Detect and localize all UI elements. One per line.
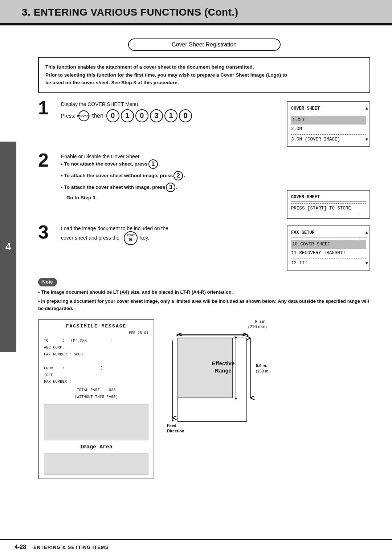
key-0c[interactable]: 0 <box>179 109 192 122</box>
screen3-arrow-up: ▲ <box>366 229 368 236</box>
step2-bullet2: • To attach the cover sheet without imag… <box>61 171 185 180</box>
intro-line1: This function enables the attachment of … <box>45 64 254 70</box>
svg-text:Range: Range <box>215 367 232 374</box>
svg-text:Feed: Feed <box>167 423 176 428</box>
intro-line3: be used on the cover sheet. See Step 3 o… <box>45 80 179 85</box>
step1-container: 1 Display the COVER SHEET Menu. Press: P… <box>38 101 370 147</box>
fax-row-faxno1: FAX NUMBER : 6688 <box>44 351 148 358</box>
screen3-row3: 12.TTI <box>291 260 366 267</box>
fax-row-to: TO : ABC CORP. (Mr.XXX ) <box>44 337 148 351</box>
svg-text:5.9 in.: 5.9 in. <box>256 363 267 368</box>
screen3-row1: 10.COVER SHEET <box>291 240 366 249</box>
svg-marker-12 <box>176 334 178 336</box>
step1-number: 1 <box>38 98 58 117</box>
step3-left: 3 Load the image document to be included… <box>38 225 276 245</box>
note-bullet2: • In preparing a document for your cover… <box>38 298 370 313</box>
note-label: Note <box>38 278 57 286</box>
screen1-title: COVER SHEET <box>291 105 366 113</box>
program-label: PROGRAM <box>77 114 90 117</box>
step2-left: 2 Enable or Disable the Cover Sheet. • T… <box>38 154 276 204</box>
page-footer: 4-28 ENTERING & SETTING ITEMS <box>0 539 392 554</box>
step2-bullet4: Go to Step 3. <box>61 194 185 201</box>
intro-line2: Prior to selecting this function for the… <box>45 72 287 78</box>
key-1[interactable]: 1 <box>121 109 134 122</box>
fax-sheet-diagram: FACSIMILE MESSAGE FEB-25-01 TO : ABC COR… <box>38 319 154 479</box>
section-title-box: Cover Sheet Registration <box>128 38 281 51</box>
key-3[interactable]: 3 <box>150 109 163 122</box>
screen2-row1: PRESS [START] TO STORE <box>291 205 366 212</box>
program-button[interactable]: PROGRAM <box>78 110 89 121</box>
fax-total-page: TOTAL PAGE 023 <box>44 387 148 394</box>
screen-box-3: FAX SETUP 10.COVER SHEET 11.RECOVERY TRA… <box>287 225 370 271</box>
key-1b[interactable]: 1 <box>164 109 177 122</box>
step3-container: 3 Load the image document to be included… <box>38 225 370 271</box>
range-diagram: 8.5 in. (216 mm) <box>165 319 270 432</box>
intro-box: This function enables the attachment of … <box>38 57 370 93</box>
step1-content: Display the COVER SHEET Menu. Press: PRO… <box>61 101 192 122</box>
svg-text:Direction: Direction <box>167 429 184 432</box>
step2-content: Enable or Disable the Cover Sheet. • To … <box>61 154 185 204</box>
fax-fields: TO : ABC CORP. (Mr.XXX ) FAX NUMBER : 66… <box>44 337 148 400</box>
step2-bullet1: • To not attach the cover sheet, press1. <box>61 159 185 169</box>
step3-content: Load the image document to be included o… <box>61 225 168 245</box>
svg-marker-16 <box>235 398 237 400</box>
footer-text: ENTERING & SETTING ITEMS <box>33 545 109 550</box>
screen1-row1: 1.OFF <box>291 116 366 125</box>
range-svg: Effective Range 5.9 in. (150 mm) Feed Di… <box>167 331 269 432</box>
start-button[interactable]: START ⊕ <box>124 231 138 245</box>
screen-box-2: COVER SHEET PRESS [START] TO STORE <box>287 190 370 219</box>
footer-page: 4-28 <box>15 544 26 550</box>
fax-date: FEB-25-01 <box>44 331 148 335</box>
key-circle-2[interactable]: 2 <box>173 171 183 180</box>
step1-screen: COVER SHEET 1.OFF 2.ON 3.ON (COVER IMAGE… <box>287 101 370 147</box>
side-chapter-number: 4 <box>0 142 16 352</box>
screen-arrow-up: ▲ <box>366 105 368 112</box>
fax-bottom-area <box>44 453 148 475</box>
start-icon: ⊕ <box>125 237 136 242</box>
fax-image-area <box>44 404 148 440</box>
svg-text:Effective: Effective <box>212 360 235 366</box>
section-title: Cover Sheet Registration <box>172 41 237 48</box>
step3-screen: FAX SETUP 10.COVER SHEET 11.RECOVERY TRA… <box>287 225 370 271</box>
then-label: then <box>92 113 103 119</box>
fax-without: (WITHOUT THIS PAGE) <box>44 394 148 400</box>
fax-row-from: FROM : (DEF ) <box>44 365 148 379</box>
screen3-title: FAX SETUP <box>291 229 366 237</box>
screen1-row2: 2.ON <box>291 125 366 133</box>
step1-left: 1 Display the COVER SHEET Menu. Press: P… <box>38 101 276 122</box>
svg-marker-15 <box>235 336 237 338</box>
step3-text1: Load the image document to be included o… <box>61 225 168 245</box>
screen-box-1: COVER SHEET 1.OFF 2.ON 3.ON (COVER IMAGE… <box>287 101 370 147</box>
key-0b[interactable]: 0 <box>135 109 148 122</box>
range-width-dims: 8.5 in. (216 mm) <box>165 319 270 329</box>
note-box: Note • The image document should be LT (… <box>38 278 370 313</box>
svg-marker-13 <box>247 334 249 336</box>
key-0a[interactable]: 0 <box>106 109 119 122</box>
step2-number: 2 <box>38 151 58 170</box>
step2-bullet3: • To attach the cover sheet with image, … <box>61 183 185 192</box>
svg-marker-18 <box>172 420 174 422</box>
note-bullet1: • The image document should be LT (A4) s… <box>38 289 370 296</box>
step1-press-row: Press: PROGRAM then 0 1 0 3 1 0 <box>61 109 192 122</box>
screen-arrow-down: ▼ <box>366 136 368 143</box>
step3-number: 3 <box>38 223 58 241</box>
press-label: Press: <box>61 113 75 119</box>
screen2-title: COVER SHEET <box>291 194 366 202</box>
svg-text:(150 mm): (150 mm) <box>256 369 269 373</box>
page-title: 3. ENTERING VARIOUS FUNCTIONS (Cont.) <box>22 7 370 18</box>
step2-text: Enable or Disable the Cover Sheet. <box>61 154 185 159</box>
screen3-arrow-down: ▼ <box>366 260 368 267</box>
page-header: 3. ENTERING VARIOUS FUNCTIONS (Cont.) <box>0 0 392 23</box>
page: 4 3. ENTERING VARIOUS FUNCTIONS (Cont.) … <box>0 0 392 554</box>
screen1-row3: 3.ON (COVER IMAGE) <box>291 136 366 143</box>
step2-screen-area: COVER SHEET PRESS [START] TO STORE <box>287 154 370 219</box>
key-circle-1[interactable]: 1 <box>148 159 158 169</box>
step1-text: Display the COVER SHEET Menu. <box>61 101 192 107</box>
key-circle-3[interactable]: 3 <box>166 183 175 192</box>
screen3-row2: 11.RECOVERY TRANSMIT <box>291 249 366 257</box>
diagram-area: FACSIMILE MESSAGE FEB-25-01 TO : ABC COR… <box>38 319 370 479</box>
step2-container: 2 Enable or Disable the Cover Sheet. • T… <box>38 154 370 219</box>
fax-sheet-title: FACSIMILE MESSAGE <box>44 323 148 329</box>
fax-image-label: Image Area <box>44 444 148 450</box>
fax-row-faxno2: FAX NUMBER : <box>44 378 148 385</box>
